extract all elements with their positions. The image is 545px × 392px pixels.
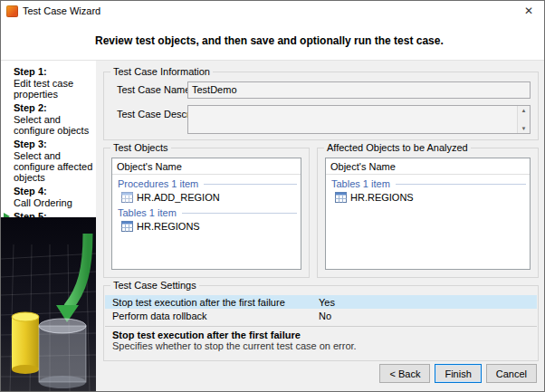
- wizard-header: Review test objects, and then save and o…: [1, 21, 544, 61]
- setting-name: Stop test execution after the first fail…: [105, 297, 315, 308]
- window-title: Test Case Wizard: [23, 5, 100, 16]
- scroll-down-icon[interactable]: ▼: [521, 126, 527, 131]
- setting-value: Yes: [315, 297, 537, 308]
- test-case-settings-caption: Test Case Settings: [110, 280, 199, 291]
- test-case-information-group: Test Case Information Test Case Name: Te…: [103, 72, 539, 140]
- wizard-graphic-image: [1, 217, 96, 391]
- wizard-header-text: Review test objects, and then save and o…: [1, 34, 444, 47]
- step-4: Step 4: Call Ordering: [14, 186, 93, 208]
- steps-list: Step 1: Edit test case properties Step 2…: [1, 61, 96, 234]
- object-name: HR.REGIONS: [137, 221, 200, 232]
- object-name: HR.REGIONS: [350, 192, 414, 203]
- step-2: Step 2: Select and configure objects: [14, 102, 93, 136]
- table-icon: [121, 221, 133, 232]
- test-objects-group: Test Objects Object's Name Procedures 1 …: [103, 148, 310, 278]
- description-scrollbar[interactable]: ▲ ▼: [517, 106, 530, 133]
- test-case-name-input[interactable]: TestDemo: [187, 81, 531, 99]
- finish-button[interactable]: Finish: [435, 364, 481, 383]
- scroll-up-icon[interactable]: ▲: [521, 108, 527, 113]
- procedure-icon: [121, 192, 133, 203]
- test-case-wizard-dialog: Test Case Wizard ✕ Review test objects, …: [0, 0, 545, 392]
- test-case-name-label: Test Case Name:: [117, 84, 193, 95]
- setting-description-panel: Stop test execution after the first fail…: [105, 326, 537, 359]
- test-objects-list[interactable]: Object's Name Procedures 1 item HR.ADD_R…: [111, 158, 301, 270]
- step-4-desc: Call Ordering: [14, 197, 93, 208]
- tables-group-header[interactable]: Tables 1 item: [112, 204, 301, 219]
- test-case-information-caption: Test Case Information: [110, 66, 213, 77]
- wizard-steps-sidebar: Step 1: Edit test case properties Step 2…: [1, 61, 96, 391]
- procedures-group-header[interactable]: Procedures 1 item: [112, 175, 301, 190]
- back-button[interactable]: < Back: [379, 364, 430, 383]
- affected-objects-caption: Affected Objects to be Analyzed: [324, 142, 471, 153]
- step-1: Step 1: Edit test case properties: [14, 66, 93, 100]
- affected-objects-list[interactable]: Object's Name Tables 1 item HR.REGIONS: [325, 158, 531, 270]
- cancel-button[interactable]: Cancel: [486, 364, 537, 383]
- wizard-graphic: [1, 217, 96, 391]
- object-name: HR.ADD_REGION: [137, 192, 220, 203]
- affected-objects-group: Affected Objects to be Analyzed Object's…: [317, 148, 539, 278]
- step-3: Step 3: Select and configure affected ob…: [14, 139, 93, 183]
- test-objects-column-header[interactable]: Object's Name: [112, 158, 301, 175]
- table-icon: [335, 192, 347, 203]
- affected-tables-group-header[interactable]: Tables 1 item: [326, 175, 530, 190]
- title-bar: Test Case Wizard ✕: [1, 1, 544, 21]
- affected-objects-column-header[interactable]: Object's Name: [326, 158, 530, 175]
- step-1-title: Step 1:: [14, 66, 93, 78]
- setting-row-stop-on-failure[interactable]: Stop test execution after the first fail…: [105, 295, 537, 309]
- list-item[interactable]: HR.ADD_REGION: [112, 190, 301, 204]
- test-case-settings-group: Test Case Settings Stop test execution a…: [103, 285, 539, 361]
- setting-description-text: Specifies whether to stop the current te…: [112, 340, 530, 351]
- dialog-buttons: < Back Finish Cancel: [379, 364, 537, 383]
- step-1-desc: Edit test case properties: [14, 78, 93, 100]
- step-2-title: Step 2:: [14, 102, 93, 114]
- list-item[interactable]: HR.REGIONS: [112, 219, 301, 233]
- setting-name: Perform data rollback: [105, 311, 315, 321]
- step-4-title: Step 4:: [14, 186, 93, 197]
- main-panel: Test Case Information Test Case Name: Te…: [96, 61, 544, 391]
- close-icon[interactable]: ✕: [513, 1, 544, 21]
- test-case-description-input[interactable]: ▲ ▼: [187, 105, 531, 134]
- setting-description-title: Stop test execution after the first fail…: [112, 330, 530, 340]
- setting-row-data-rollback[interactable]: Perform data rollback No: [105, 309, 537, 322]
- step-3-title: Step 3:: [14, 139, 93, 150]
- test-objects-caption: Test Objects: [110, 142, 171, 153]
- list-item[interactable]: HR.REGIONS: [326, 190, 530, 204]
- setting-value: No: [315, 311, 537, 321]
- step-2-desc: Select and configure objects: [14, 114, 93, 136]
- app-icon: [6, 5, 18, 17]
- step-3-desc: Select and configure affected objects: [14, 150, 93, 183]
